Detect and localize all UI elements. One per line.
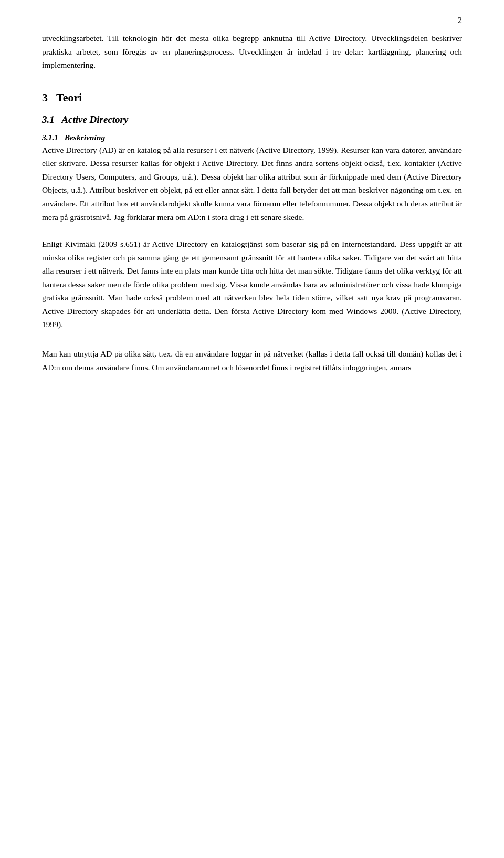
body-paragraph-3: Man kan utnyttja AD på olika sätt, t.ex.… [42,347,462,374]
section-3-number: 3 [42,91,48,104]
page-content: utvecklingsarbetet. Till teknologin hör … [42,32,462,374]
section-3-heading: 3 Teori [42,91,462,104]
intro-paragraph: utvecklingsarbetet. Till teknologin hör … [42,32,462,72]
section-3-1-1-heading: 3.1.1 Beskrivning [42,133,462,142]
body-paragraph-2: Enligt Kivimäki (2009 s.651) är Active D… [42,237,462,331]
section-3-1-title: Active Directory [61,114,128,125]
section-3-1-1-number: 3.1.1 [42,133,58,142]
section-3-1-1-title: Beskrivning [65,133,106,142]
section-3-title: Teori [56,91,82,104]
body-paragraph-1: Active Directory (AD) är en katalog på a… [42,143,462,224]
page-number: 2 [458,16,462,25]
document-page: 2 utvecklingsarbetet. Till teknologin hö… [0,0,504,858]
section-3-1-number: 3.1 [42,114,55,125]
section-3-1-heading: 3.1 Active Directory [42,114,462,125]
